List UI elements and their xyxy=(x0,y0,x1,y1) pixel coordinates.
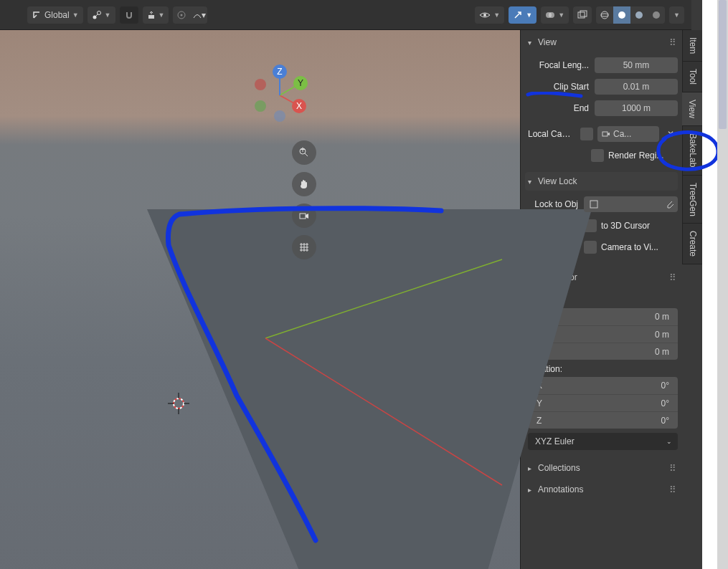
camera-view-button[interactable] xyxy=(292,204,316,228)
shading-dropdown[interactable]: ▼ xyxy=(669,6,684,24)
eye-icon xyxy=(479,10,491,20)
lock-to-cursor-label: to 3D Cursor xyxy=(601,221,678,231)
scrollbar-thumb[interactable] xyxy=(719,0,727,129)
svg-point-13 xyxy=(635,11,643,19)
zoom-button[interactable]: + xyxy=(292,140,316,165)
drag-grip-icon[interactable]: ⠿ xyxy=(669,37,675,48)
cursor-3d-icon xyxy=(166,391,191,416)
orientation-icon xyxy=(32,10,42,20)
orientation-label: Global xyxy=(44,10,70,20)
drag-grip-icon[interactable]: ⠿ xyxy=(669,272,675,283)
shading-solid[interactable] xyxy=(613,6,630,24)
pan-button[interactable] xyxy=(292,172,316,196)
rotation-label: Rotation: xyxy=(528,364,678,374)
camera-to-view-checkbox[interactable] xyxy=(584,241,597,254)
svg-point-12 xyxy=(618,11,625,19)
svg-point-7 xyxy=(549,12,554,18)
proportional-edit-segment: ▾ xyxy=(173,6,207,24)
overlays-icon xyxy=(545,10,555,20)
disclosure-right-icon: ▸ xyxy=(528,486,538,494)
visibility-dropdown[interactable]: ▼ xyxy=(475,6,504,24)
local-camera-field[interactable]: Ca... xyxy=(597,126,659,142)
svg-rect-8 xyxy=(578,12,585,18)
snap-dropdown[interactable]: ▼ xyxy=(143,6,169,24)
lock-to-object-label: Lock to Obj xyxy=(528,199,580,209)
svg-point-27 xyxy=(255,100,266,112)
shading-rendered[interactable] xyxy=(648,6,665,24)
shading-mode-segment xyxy=(596,6,665,24)
wire-sphere-icon xyxy=(600,10,610,20)
nav-gizmo[interactable]: X Y Z xyxy=(247,63,312,128)
viewport-3d[interactable]: X Y Z + xyxy=(0,30,520,569)
svg-text:Z: Z xyxy=(277,67,282,77)
snap-toggle[interactable] xyxy=(120,6,138,24)
tab-create[interactable]: Create xyxy=(682,224,702,264)
svg-point-5 xyxy=(483,14,486,16)
svg-rect-40 xyxy=(590,201,597,208)
svg-rect-9 xyxy=(580,11,587,16)
svg-line-36 xyxy=(305,153,308,156)
svg-text:+: + xyxy=(300,147,305,155)
proportional-toggle[interactable] xyxy=(173,6,190,24)
cursor-rotation-z[interactable]: Z0° xyxy=(528,411,678,429)
clip-start-field[interactable]: 0.01 m xyxy=(595,79,678,95)
section-title: View xyxy=(538,37,557,47)
local-camera-checkbox[interactable] xyxy=(580,128,593,140)
section-header-annotations[interactable]: ▸ Annotations ⠿ xyxy=(525,480,678,499)
svg-point-14 xyxy=(653,11,660,19)
rotation-mode-dropdown[interactable]: XYZ Euler ⌄ xyxy=(528,433,678,450)
tab-bakelab[interactable]: BakeLab xyxy=(682,126,702,175)
tab-item[interactable]: Item xyxy=(682,30,702,62)
cursor-rotation-y[interactable]: Y0° xyxy=(528,394,678,411)
object-icon xyxy=(590,200,598,209)
svg-rect-38 xyxy=(300,214,306,219)
render-region-checkbox[interactable] xyxy=(591,149,604,162)
section-header-view[interactable]: ▾ View ⠿ xyxy=(525,33,678,52)
viewport-nav-buttons: + xyxy=(292,140,316,259)
local-camera-label: Local Cam... xyxy=(528,129,576,139)
xray-toggle[interactable] xyxy=(573,6,592,24)
zoom-icon: + xyxy=(298,147,310,158)
svg-point-4 xyxy=(181,14,183,16)
drag-grip-icon[interactable]: ⠿ xyxy=(669,463,675,474)
svg-line-16 xyxy=(265,338,502,485)
clip-start-label: Clip Start xyxy=(528,82,590,92)
clear-camera-button[interactable]: ✕ xyxy=(663,126,678,142)
overlays-dropdown[interactable]: ▼ xyxy=(541,6,569,24)
gizmo-dropdown[interactable]: ▼ xyxy=(509,6,536,24)
tab-view[interactable]: View xyxy=(682,92,702,126)
svg-line-15 xyxy=(265,259,502,338)
proportional-icon xyxy=(176,10,186,20)
chevron-down-icon: ▼ xyxy=(105,11,111,19)
magnet-icon xyxy=(124,10,134,20)
perspective-button[interactable] xyxy=(292,235,316,259)
focal-length-label: Focal Leng... xyxy=(528,60,590,70)
section-header-view-lock[interactable]: ▾ View Lock xyxy=(525,172,678,191)
drag-grip-icon[interactable]: ⠿ xyxy=(669,484,675,495)
shading-matprev[interactable] xyxy=(630,6,648,24)
section-title: Annotations xyxy=(538,484,583,494)
annotation-underline xyxy=(524,92,588,102)
svg-point-28 xyxy=(255,79,266,90)
tab-tool[interactable]: Tool xyxy=(682,62,702,92)
section-header-collections[interactable]: ▸ Collections ⠿ xyxy=(525,459,678,477)
rendered-sphere-icon xyxy=(651,10,661,20)
lock-to-object-field[interactable] xyxy=(584,196,678,212)
chevron-down-icon: ▼ xyxy=(558,11,564,19)
grid-icon xyxy=(298,242,310,253)
xray-icon xyxy=(577,10,588,20)
window-scrollbar[interactable] xyxy=(717,0,728,569)
shading-wireframe[interactable] xyxy=(596,6,613,24)
render-region-label: Render Regi... xyxy=(608,150,678,161)
transform-orientation-dropdown[interactable]: Global ▼ xyxy=(27,6,83,24)
tab-treegen[interactable]: TreeGen xyxy=(682,176,702,224)
pivot-dropdown[interactable]: ▼ xyxy=(88,6,115,24)
snap-target-icon xyxy=(147,11,156,19)
clip-end-field[interactable]: 1000 m xyxy=(595,100,678,116)
camera-icon xyxy=(298,210,310,221)
eyedropper-icon xyxy=(665,200,673,209)
cursor-rotation-x[interactable]: X0° xyxy=(528,377,678,394)
proportional-falloff-dropdown[interactable]: ▾ xyxy=(190,6,207,24)
focal-length-field[interactable]: 50 mm xyxy=(595,57,678,73)
clip-end-label: End xyxy=(528,103,590,113)
